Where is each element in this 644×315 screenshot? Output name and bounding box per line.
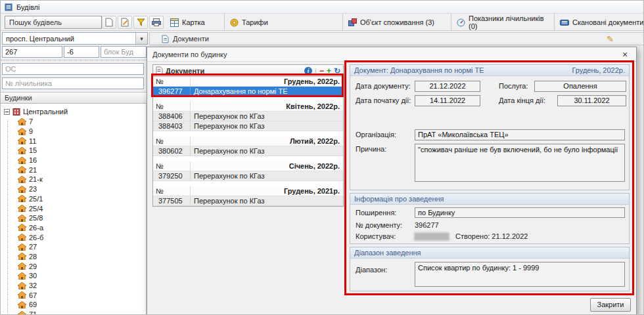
tree-item-house[interactable]: 23 — [1, 184, 146, 194]
street-combobox[interactable]: просп. Центральний ▾ — [2, 32, 148, 45]
toolbar-separator: | — [315, 67, 317, 75]
os-input[interactable] — [2, 63, 144, 75]
tree-item-house[interactable]: 25/1 — [1, 194, 146, 204]
service-value[interactable]: Опалення — [534, 81, 626, 92]
tree-item-label: 25/8 — [29, 214, 43, 222]
search-buildings-header[interactable]: Пошук будівель — [5, 16, 102, 29]
reason-value[interactable]: "споживач раніше не був включений, бо не… — [415, 144, 625, 182]
tree-item-house[interactable]: 71 — [1, 310, 146, 315]
title-bar: Будівлі — [1, 1, 644, 14]
meter-number-input[interactable] — [2, 77, 144, 89]
app-window: Будівлі Пошук будівель — [0, 0, 644, 315]
close-icon[interactable]: × — [619, 49, 631, 60]
tree-item-house[interactable]: 30 — [1, 271, 146, 281]
doc-row[interactable]: 377505Перерахунок по КГаз — [153, 196, 343, 206]
user-label: Користувач: — [356, 231, 396, 242]
info-icon[interactable]: i — [304, 67, 312, 75]
doc-group-header: №Квітень, 2022р. — [153, 102, 343, 112]
doc-row[interactable]: 388406Перерахунок по КГаз — [153, 112, 343, 121]
street-combobox-value: просп. Центральний — [3, 35, 135, 43]
doc-row[interactable]: 379250Перерахунок по КГаз — [153, 171, 343, 181]
pencil-icon[interactable]: ✎ — [607, 34, 614, 44]
doc-row[interactable]: 396277Донарахування по нормі ТЕ — [153, 87, 343, 96]
entry-range-header: Діапазон заведення — [350, 247, 629, 259]
tab-scanned-documents[interactable]: Скановані документи — [554, 14, 644, 31]
house-icon — [18, 195, 26, 202]
document-detail-period: Грудень, 2022р. — [572, 66, 625, 74]
tab-meter-readings[interactable]: Показники лічильників (0) — [451, 14, 554, 31]
add-icon[interactable]: + — [327, 66, 331, 75]
documents-icon — [162, 35, 169, 43]
edit-document-icon — [121, 18, 129, 27]
documents-section-header: Документи ✎ — [149, 32, 644, 45]
house-number-input[interactable] — [2, 46, 62, 58]
house-icon — [18, 262, 26, 270]
app-icon — [5, 3, 12, 11]
doc-row[interactable]: 388403Перерахунок по КГаз — [153, 121, 343, 131]
collapse-icon[interactable] — [4, 109, 10, 115]
date-label: Дата документу: — [356, 81, 411, 92]
tariffs-icon — [230, 18, 239, 27]
tree-item-house[interactable]: 11 — [1, 136, 146, 146]
house-icon — [18, 234, 26, 241]
tree-item-house[interactable]: 26-а — [1, 223, 146, 233]
tree-item-house[interactable]: 29 — [1, 261, 146, 271]
remove-icon[interactable]: − — [319, 66, 324, 75]
tree-item-house[interactable]: 21 — [1, 165, 146, 175]
house-icon — [18, 118, 26, 125]
tab-tariffs[interactable]: Тарифи — [224, 14, 342, 31]
house-icon — [18, 291, 26, 299]
house-icon — [18, 166, 26, 173]
filter-icon — [137, 18, 145, 26]
korpus-input[interactable] — [64, 46, 99, 58]
document-detail-header: Документ: Донарахування по нормі ТЕ Груд… — [350, 65, 629, 76]
tree-item-house[interactable]: 9 — [1, 127, 146, 136]
toolbar: Пошук будівель Картка — [1, 14, 644, 31]
new-document-button[interactable] — [102, 16, 116, 29]
doc-row[interactable]: 380602Перерахунок по КГаз — [153, 146, 343, 156]
tree-item-house[interactable]: 21-к — [1, 175, 146, 184]
block-input[interactable] — [101, 46, 147, 58]
tree-item-label: 9 — [29, 127, 33, 135]
doc-group-header: №Грудень, 2021р. — [153, 186, 343, 196]
tree-item-house[interactable]: 7 — [1, 117, 146, 127]
documents-list: Документи i | − + ↻ №Грудень, 2022р.3962… — [152, 64, 344, 207]
tree-item-house[interactable]: 67 — [1, 290, 146, 300]
close-button[interactable]: Закрити — [590, 298, 631, 312]
start-date-label: Дата початку дії: — [356, 95, 411, 106]
tree-item-house[interactable]: 27 — [1, 242, 146, 252]
dialog-title-bar[interactable]: Документи по будинку × — [147, 47, 636, 62]
organization-value[interactable]: ПрАТ «Миколаївська ТЕЦ» — [415, 129, 625, 140]
tree-item-house[interactable]: 16 — [1, 156, 146, 165]
house-icon — [18, 301, 26, 308]
tree-item-house[interactable]: 25/4 — [1, 203, 146, 213]
tree-item-house[interactable]: 26-б — [1, 232, 146, 242]
end-date-value[interactable]: 30.11.2022 — [557, 95, 626, 106]
docnum-label: № документу: — [356, 220, 402, 231]
tree-item-label: 32 — [29, 282, 37, 289]
date-value[interactable]: 21.12.2022 — [415, 81, 480, 92]
tree-item-label: 27 — [29, 243, 37, 251]
house-icon — [18, 282, 26, 289]
scope-value[interactable]: по Будинку — [415, 207, 625, 218]
tree-item-house[interactable]: 25/8 — [1, 213, 146, 223]
tree-item-house[interactable]: 32 — [1, 281, 146, 291]
tree-item-house[interactable]: 69 — [1, 300, 146, 310]
filter-button[interactable] — [133, 16, 148, 29]
tree-item-house[interactable]: 15 — [1, 146, 146, 156]
tree-item-label: 71 — [29, 310, 37, 315]
street-icon — [12, 108, 20, 116]
tree-root-street[interactable]: Центральний — [1, 106, 146, 117]
document-detail-group: Документ: Донарахування по нормі ТЕ Груд… — [350, 64, 630, 190]
range-value[interactable]: Список квартир по будинку: 1 - 9999 — [415, 262, 625, 287]
print-button[interactable] — [149, 16, 164, 29]
chevron-down-icon[interactable]: ▾ — [135, 33, 147, 44]
doc-group-header: №Січень, 2022р. — [153, 161, 343, 171]
tree-item-label: 30 — [29, 272, 37, 280]
start-date-value[interactable]: 14.11.2022 — [415, 95, 480, 106]
tab-card[interactable]: Картка — [165, 14, 224, 31]
tab-consumption-object[interactable]: Об'єкт споживання (3) — [342, 14, 451, 31]
tree-item-house[interactable]: 28 — [1, 252, 146, 262]
edit-document-button[interactable] — [118, 16, 132, 29]
refresh-icon[interactable]: ↻ — [334, 66, 340, 75]
